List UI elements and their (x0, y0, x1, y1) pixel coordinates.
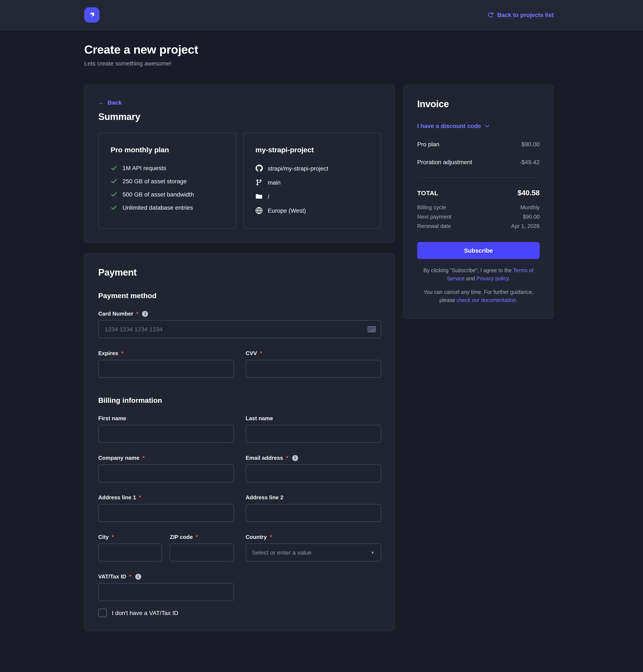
email-address-input[interactable] (246, 465, 381, 482)
left-arrow-icon: ← (98, 99, 104, 106)
return-arrow-icon (487, 12, 494, 18)
plan-feature-label: 500 GB of asset bandwidth (122, 191, 194, 198)
no-vat-checkbox-label[interactable]: I don't have a VAT/Tax ID (112, 610, 178, 616)
country-select-placeholder: Select or enter a value (252, 549, 312, 556)
payment-method-title: Payment method (98, 292, 381, 300)
project-branch-label: main (268, 179, 281, 186)
payment-title: Payment (98, 267, 381, 278)
strapi-logo-icon (87, 10, 97, 20)
address-line-1-label: Address line 1* (98, 494, 234, 501)
invoice-card: Invoice I have a discount code Pro plan … (403, 85, 554, 319)
required-marker: * (196, 534, 198, 540)
required-marker: * (136, 311, 138, 317)
terms-text: By clicking "Subscribe", I agree to the … (417, 267, 539, 283)
github-icon (255, 165, 263, 172)
privacy-policy-link[interactable]: Privacy policy (476, 276, 509, 282)
billing-cycle-row: Billing cycle Monthly (417, 204, 539, 211)
card-number-label: Card Number* i (98, 311, 381, 317)
billing-information-title: Billing information (98, 396, 381, 405)
first-name-input[interactable] (98, 425, 234, 443)
cvv-input[interactable] (246, 360, 381, 378)
expires-input[interactable] (98, 360, 234, 378)
country-select[interactable]: Select or enter a value ▼ (246, 543, 381, 561)
invoice-total-row: TOTAL $40.58 (417, 189, 539, 197)
plan-feature-label: Unlimited database entries (122, 204, 193, 211)
discount-code-label: I have a discount code (417, 122, 481, 129)
required-marker: * (286, 455, 288, 461)
city-label: City* (98, 534, 162, 540)
check-icon (111, 178, 117, 184)
cvv-label: CVV* (246, 350, 381, 357)
invoice-line-proration: Proration adjustment -$49.42 (417, 159, 539, 166)
cancel-text: You can cancel any time. For further gui… (417, 288, 539, 305)
address-line-2-input[interactable] (246, 504, 381, 522)
plan-feature: 500 GB of asset bandwidth (111, 191, 224, 198)
renewal-date-row: Renewal date Apr 1, 2026 (417, 223, 539, 229)
required-marker: * (270, 534, 272, 540)
city-input[interactable] (98, 543, 162, 561)
invoice-divider (417, 177, 539, 178)
card-number-input[interactable] (98, 320, 381, 338)
invoice-details: Billing cycle Monthly Next payment $90.0… (417, 204, 539, 229)
credit-card-icon (367, 326, 376, 332)
project-branch-row: main (255, 179, 369, 186)
top-bar: Back to projects list (0, 0, 643, 30)
project-summary-card: my-strapi-project strapi/my-strapi-proje… (243, 133, 381, 229)
vat-tax-id-label: VAT/Tax ID* i (98, 573, 234, 580)
check-icon (111, 165, 117, 171)
address-line-1-input[interactable] (98, 504, 234, 522)
plan-title: Pro monthly plan (111, 146, 224, 154)
address-line-2-label: Address line 2 (246, 494, 381, 501)
back-button[interactable]: ← Back (98, 99, 122, 106)
zip-code-input[interactable] (170, 543, 234, 561)
required-marker: * (260, 350, 262, 357)
total-label: TOTAL (417, 189, 438, 196)
no-vat-checkbox[interactable] (98, 609, 107, 617)
vat-tax-id-input[interactable] (98, 583, 234, 601)
required-marker: * (139, 494, 141, 501)
project-repo-row: strapi/my-strapi-project (255, 165, 369, 172)
info-icon[interactable]: i (135, 574, 141, 579)
zip-code-label: ZIP code* (170, 534, 234, 540)
back-label: Back (108, 99, 122, 106)
last-name-label: Last name (246, 415, 381, 421)
project-region-label: Europe (West) (268, 207, 306, 214)
plan-feature-list: 1M API requests 250 GB of asset storage (111, 165, 224, 211)
check-icon (111, 204, 117, 211)
required-marker: * (129, 573, 131, 580)
subscribe-button[interactable]: Subscribe (417, 242, 539, 259)
info-icon[interactable]: i (142, 311, 148, 317)
required-marker: * (143, 455, 145, 461)
summary-title: Summary (98, 111, 381, 122)
globe-icon (255, 207, 263, 214)
email-address-label: Email address* i (246, 455, 381, 461)
last-name-input[interactable] (246, 425, 381, 443)
total-value: $40.58 (518, 189, 539, 197)
plan-feature-label: 1M API requests (122, 165, 166, 171)
next-payment-row: Next payment $90.00 (417, 214, 539, 220)
git-branch-icon (255, 179, 263, 186)
dropdown-triangle-icon: ▼ (371, 550, 375, 555)
back-to-projects-label: Back to projects list (497, 11, 554, 18)
plan-summary-card: Pro monthly plan 1M API requests (98, 133, 236, 229)
required-marker: * (112, 534, 114, 540)
page-title: Create a new project (84, 43, 643, 57)
expires-label: Expires* (98, 350, 234, 357)
project-path-row: / (255, 193, 369, 200)
strapi-logo[interactable] (84, 7, 99, 23)
summary-card: ← Back Summary Pro monthly plan (84, 85, 395, 243)
invoice-line-pro-plan: Pro plan $90.00 (417, 141, 539, 147)
country-label: Country* (246, 534, 381, 540)
discount-code-toggle[interactable]: I have a discount code (417, 122, 490, 129)
project-detail-list: strapi/my-strapi-project main (255, 165, 369, 214)
info-icon[interactable]: i (292, 455, 298, 461)
plan-feature: 250 GB of asset storage (111, 178, 224, 184)
back-to-projects-link[interactable]: Back to projects list (487, 11, 554, 18)
check-icon (111, 191, 117, 198)
required-marker: * (121, 350, 123, 357)
company-name-input[interactable] (98, 465, 234, 482)
project-path-label: / (268, 193, 269, 200)
plan-feature-label: 250 GB of asset storage (122, 178, 187, 184)
plan-feature: 1M API requests (111, 165, 224, 171)
documentation-link[interactable]: check our documentation (457, 297, 516, 303)
